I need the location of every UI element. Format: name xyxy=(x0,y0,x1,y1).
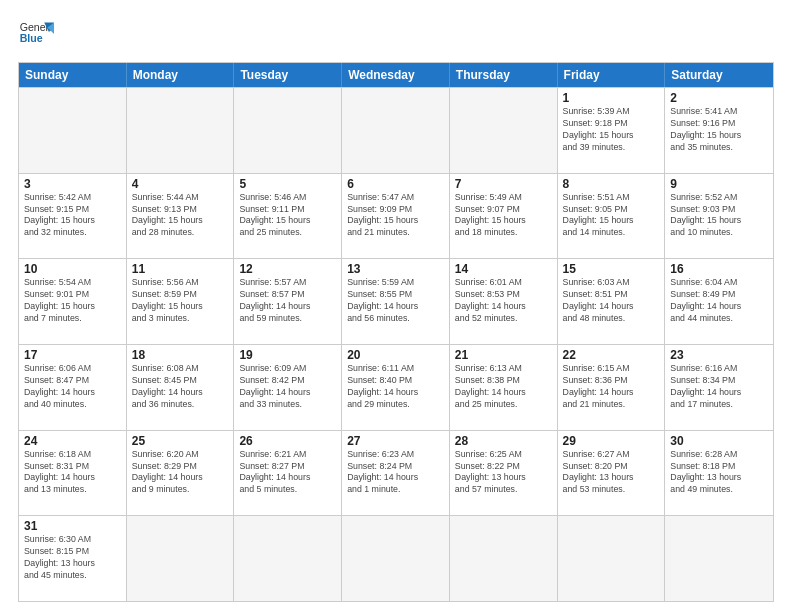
calendar-cell: 2Sunrise: 5:41 AM Sunset: 9:16 PM Daylig… xyxy=(665,88,773,173)
calendar-header-row: SundayMondayTuesdayWednesdayThursdayFrid… xyxy=(19,63,773,87)
day-number: 25 xyxy=(132,434,229,448)
calendar-cell: 22Sunrise: 6:15 AM Sunset: 8:36 PM Dayli… xyxy=(558,345,666,430)
day-info: Sunrise: 6:01 AM Sunset: 8:53 PM Dayligh… xyxy=(455,277,552,325)
calendar-row-5: 31Sunrise: 6:30 AM Sunset: 8:15 PM Dayli… xyxy=(19,515,773,601)
day-number: 20 xyxy=(347,348,444,362)
header-cell-wednesday: Wednesday xyxy=(342,63,450,87)
day-number: 23 xyxy=(670,348,768,362)
calendar-cell: 19Sunrise: 6:09 AM Sunset: 8:42 PM Dayli… xyxy=(234,345,342,430)
calendar-cell: 23Sunrise: 6:16 AM Sunset: 8:34 PM Dayli… xyxy=(665,345,773,430)
calendar-cell: 31Sunrise: 6:30 AM Sunset: 8:15 PM Dayli… xyxy=(19,516,127,601)
day-number: 3 xyxy=(24,177,121,191)
calendar-cell: 26Sunrise: 6:21 AM Sunset: 8:27 PM Dayli… xyxy=(234,431,342,516)
day-info: Sunrise: 5:57 AM Sunset: 8:57 PM Dayligh… xyxy=(239,277,336,325)
calendar-cell: 16Sunrise: 6:04 AM Sunset: 8:49 PM Dayli… xyxy=(665,259,773,344)
day-info: Sunrise: 6:30 AM Sunset: 8:15 PM Dayligh… xyxy=(24,534,121,582)
calendar: SundayMondayTuesdayWednesdayThursdayFrid… xyxy=(18,62,774,602)
day-info: Sunrise: 6:11 AM Sunset: 8:40 PM Dayligh… xyxy=(347,363,444,411)
header: General Blue xyxy=(18,16,774,52)
calendar-cell: 10Sunrise: 5:54 AM Sunset: 9:01 PM Dayli… xyxy=(19,259,127,344)
day-number: 30 xyxy=(670,434,768,448)
calendar-row-0: 1Sunrise: 5:39 AM Sunset: 9:18 PM Daylig… xyxy=(19,87,773,173)
calendar-cell: 4Sunrise: 5:44 AM Sunset: 9:13 PM Daylig… xyxy=(127,174,235,259)
calendar-cell: 8Sunrise: 5:51 AM Sunset: 9:05 PM Daylig… xyxy=(558,174,666,259)
day-number: 22 xyxy=(563,348,660,362)
day-number: 2 xyxy=(670,91,768,105)
calendar-cell xyxy=(127,516,235,601)
calendar-cell: 25Sunrise: 6:20 AM Sunset: 8:29 PM Dayli… xyxy=(127,431,235,516)
day-info: Sunrise: 6:03 AM Sunset: 8:51 PM Dayligh… xyxy=(563,277,660,325)
day-number: 11 xyxy=(132,262,229,276)
calendar-body: 1Sunrise: 5:39 AM Sunset: 9:18 PM Daylig… xyxy=(19,87,773,601)
header-cell-thursday: Thursday xyxy=(450,63,558,87)
day-info: Sunrise: 5:59 AM Sunset: 8:55 PM Dayligh… xyxy=(347,277,444,325)
day-number: 19 xyxy=(239,348,336,362)
calendar-row-1: 3Sunrise: 5:42 AM Sunset: 9:15 PM Daylig… xyxy=(19,173,773,259)
day-info: Sunrise: 6:23 AM Sunset: 8:24 PM Dayligh… xyxy=(347,449,444,497)
day-number: 4 xyxy=(132,177,229,191)
calendar-cell xyxy=(342,516,450,601)
day-info: Sunrise: 5:52 AM Sunset: 9:03 PM Dayligh… xyxy=(670,192,768,240)
page: General Blue SundayMondayTuesdayWednesda… xyxy=(0,0,792,612)
calendar-cell: 12Sunrise: 5:57 AM Sunset: 8:57 PM Dayli… xyxy=(234,259,342,344)
day-number: 17 xyxy=(24,348,121,362)
day-info: Sunrise: 6:09 AM Sunset: 8:42 PM Dayligh… xyxy=(239,363,336,411)
day-info: Sunrise: 5:51 AM Sunset: 9:05 PM Dayligh… xyxy=(563,192,660,240)
day-number: 7 xyxy=(455,177,552,191)
day-number: 26 xyxy=(239,434,336,448)
header-cell-monday: Monday xyxy=(127,63,235,87)
calendar-cell: 7Sunrise: 5:49 AM Sunset: 9:07 PM Daylig… xyxy=(450,174,558,259)
calendar-cell xyxy=(342,88,450,173)
calendar-cell: 29Sunrise: 6:27 AM Sunset: 8:20 PM Dayli… xyxy=(558,431,666,516)
day-number: 10 xyxy=(24,262,121,276)
day-number: 18 xyxy=(132,348,229,362)
day-number: 31 xyxy=(24,519,121,533)
calendar-cell xyxy=(558,516,666,601)
header-cell-saturday: Saturday xyxy=(665,63,773,87)
calendar-cell: 9Sunrise: 5:52 AM Sunset: 9:03 PM Daylig… xyxy=(665,174,773,259)
day-info: Sunrise: 5:56 AM Sunset: 8:59 PM Dayligh… xyxy=(132,277,229,325)
calendar-cell xyxy=(450,88,558,173)
calendar-cell xyxy=(127,88,235,173)
calendar-cell: 30Sunrise: 6:28 AM Sunset: 8:18 PM Dayli… xyxy=(665,431,773,516)
day-info: Sunrise: 5:39 AM Sunset: 9:18 PM Dayligh… xyxy=(563,106,660,154)
day-info: Sunrise: 6:28 AM Sunset: 8:18 PM Dayligh… xyxy=(670,449,768,497)
day-number: 27 xyxy=(347,434,444,448)
day-info: Sunrise: 5:49 AM Sunset: 9:07 PM Dayligh… xyxy=(455,192,552,240)
calendar-cell xyxy=(19,88,127,173)
day-info: Sunrise: 6:15 AM Sunset: 8:36 PM Dayligh… xyxy=(563,363,660,411)
header-cell-friday: Friday xyxy=(558,63,666,87)
calendar-cell: 21Sunrise: 6:13 AM Sunset: 8:38 PM Dayli… xyxy=(450,345,558,430)
calendar-cell: 5Sunrise: 5:46 AM Sunset: 9:11 PM Daylig… xyxy=(234,174,342,259)
day-info: Sunrise: 5:46 AM Sunset: 9:11 PM Dayligh… xyxy=(239,192,336,240)
calendar-cell xyxy=(450,516,558,601)
calendar-row-4: 24Sunrise: 6:18 AM Sunset: 8:31 PM Dayli… xyxy=(19,430,773,516)
day-number: 16 xyxy=(670,262,768,276)
calendar-cell: 13Sunrise: 5:59 AM Sunset: 8:55 PM Dayli… xyxy=(342,259,450,344)
day-number: 6 xyxy=(347,177,444,191)
day-info: Sunrise: 5:42 AM Sunset: 9:15 PM Dayligh… xyxy=(24,192,121,240)
day-info: Sunrise: 6:13 AM Sunset: 8:38 PM Dayligh… xyxy=(455,363,552,411)
calendar-cell: 6Sunrise: 5:47 AM Sunset: 9:09 PM Daylig… xyxy=(342,174,450,259)
day-number: 1 xyxy=(563,91,660,105)
day-info: Sunrise: 6:04 AM Sunset: 8:49 PM Dayligh… xyxy=(670,277,768,325)
day-info: Sunrise: 6:08 AM Sunset: 8:45 PM Dayligh… xyxy=(132,363,229,411)
header-cell-sunday: Sunday xyxy=(19,63,127,87)
day-number: 15 xyxy=(563,262,660,276)
day-number: 24 xyxy=(24,434,121,448)
header-cell-tuesday: Tuesday xyxy=(234,63,342,87)
day-number: 14 xyxy=(455,262,552,276)
day-number: 29 xyxy=(563,434,660,448)
calendar-cell: 28Sunrise: 6:25 AM Sunset: 8:22 PM Dayli… xyxy=(450,431,558,516)
day-info: Sunrise: 5:54 AM Sunset: 9:01 PM Dayligh… xyxy=(24,277,121,325)
calendar-cell: 15Sunrise: 6:03 AM Sunset: 8:51 PM Dayli… xyxy=(558,259,666,344)
day-info: Sunrise: 6:25 AM Sunset: 8:22 PM Dayligh… xyxy=(455,449,552,497)
day-info: Sunrise: 6:27 AM Sunset: 8:20 PM Dayligh… xyxy=(563,449,660,497)
calendar-cell xyxy=(234,516,342,601)
calendar-cell: 27Sunrise: 6:23 AM Sunset: 8:24 PM Dayli… xyxy=(342,431,450,516)
calendar-cell: 18Sunrise: 6:08 AM Sunset: 8:45 PM Dayli… xyxy=(127,345,235,430)
day-info: Sunrise: 6:18 AM Sunset: 8:31 PM Dayligh… xyxy=(24,449,121,497)
day-info: Sunrise: 6:06 AM Sunset: 8:47 PM Dayligh… xyxy=(24,363,121,411)
calendar-cell: 3Sunrise: 5:42 AM Sunset: 9:15 PM Daylig… xyxy=(19,174,127,259)
calendar-cell: 11Sunrise: 5:56 AM Sunset: 8:59 PM Dayli… xyxy=(127,259,235,344)
